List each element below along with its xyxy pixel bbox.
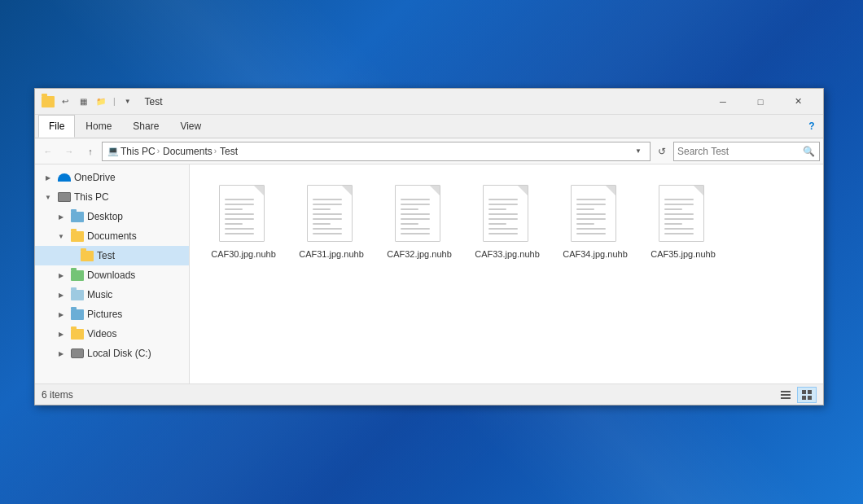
sidebar-item-desktop[interactable]: ▶ Desktop: [35, 207, 189, 226]
maximize-button[interactable]: □: [742, 89, 779, 115]
documents-folder-icon: [71, 231, 84, 242]
file-name-1: CAF31.jpg.nuhb: [299, 248, 364, 260]
doc-lines-1: [313, 199, 342, 234]
sidebar-label-test: Test: [97, 250, 115, 261]
minimize-button[interactable]: ─: [704, 89, 742, 115]
doc-line: [576, 218, 606, 220]
doc-line: [576, 208, 594, 210]
doc-lines-0: [225, 199, 254, 234]
qat-undo-button[interactable]: ↩: [58, 94, 72, 109]
doc-line: [313, 204, 342, 205]
doc-line: [576, 213, 606, 215]
doc-page-2: [395, 185, 440, 242]
test-folder-icon: [81, 251, 94, 261]
ribbon-tabs: File Home Share View ?: [35, 115, 823, 138]
qat-properties-button[interactable]: ▦: [76, 94, 90, 109]
file-item-0[interactable]: CAF30.jpg.nuhb: [203, 177, 284, 267]
forward-button[interactable]: →: [59, 142, 79, 161]
doc-line: [313, 199, 342, 200]
sidebar-item-pictures[interactable]: ▶ Pictures: [35, 305, 189, 324]
sidebar-label-localdisk: Local Disk (C:): [87, 348, 151, 359]
file-name-0: CAF30.jpg.nuhb: [211, 248, 276, 260]
sidebar-label-downloads: Downloads: [87, 270, 135, 281]
tab-home[interactable]: Home: [75, 115, 122, 138]
file-item-2[interactable]: CAF32.jpg.nuhb: [379, 177, 460, 267]
expand-videos-icon: ▶: [55, 327, 68, 340]
tab-file[interactable]: File: [38, 115, 75, 138]
address-field[interactable]: 💻 This PC › Documents › Test ▼: [102, 142, 651, 161]
address-dropdown-button[interactable]: ▼: [632, 142, 645, 160]
doc-line: [664, 208, 682, 210]
doc-line: [225, 208, 243, 210]
doc-page-4: [571, 185, 616, 242]
onedrive-icon: [58, 173, 71, 182]
doc-line: [225, 233, 254, 234]
file-item-1[interactable]: CAF31.jpg.nuhb: [291, 177, 372, 267]
file-item-5[interactable]: CAF35.jpg.nuhb: [642, 177, 724, 267]
doc-line: [401, 199, 430, 200]
doc-page-5: [659, 185, 704, 242]
svg-rect-5: [802, 396, 806, 400]
doc-line: [488, 208, 506, 210]
sidebar-item-downloads[interactable]: ▶ Downloads: [35, 265, 189, 285]
breadcrumb-thispc: 💻 This PC ›: [107, 146, 160, 157]
search-input[interactable]: [677, 146, 801, 157]
doc-line: [488, 228, 518, 230]
sidebar-item-test[interactable]: Test: [35, 246, 189, 265]
qat-down-button[interactable]: ▼: [120, 94, 135, 109]
doc-line: [401, 233, 430, 234]
address-bar: ← → ↑ 💻 This PC › Documents › Test ▼ ↺ 🔍: [35, 138, 823, 164]
sidebar-item-videos[interactable]: ▶ Videos: [35, 324, 189, 344]
svg-rect-1: [781, 394, 791, 396]
window-title: Test: [142, 96, 704, 107]
doc-line: [576, 199, 606, 200]
file-explorer-window: ↩ ▦ 📁 | ▼ Test ─ □ ✕ File Home Share Vie…: [34, 88, 824, 405]
sidebar: ▶ OneDrive ▼ This PC ▶ Desktop ▼: [35, 164, 190, 383]
sidebar-item-onedrive[interactable]: ▶ OneDrive: [35, 168, 189, 187]
doc-line: [576, 228, 606, 230]
tab-share[interactable]: Share: [122, 115, 169, 138]
doc-line: [401, 204, 430, 205]
qat-separator: |: [113, 97, 116, 106]
search-button[interactable]: 🔍: [801, 144, 816, 159]
pictures-folder-icon: [71, 309, 84, 320]
back-button[interactable]: ←: [38, 142, 58, 161]
file-item-3[interactable]: CAF33.jpg.nuhb: [467, 177, 548, 267]
view-tile-button[interactable]: [797, 387, 817, 403]
doc-line: [664, 228, 694, 230]
status-count: 6 items: [42, 389, 73, 401]
sidebar-item-music[interactable]: ▶ Music: [35, 285, 189, 305]
svg-rect-2: [781, 397, 791, 399]
sidebar-item-documents[interactable]: ▼ Documents: [35, 226, 189, 246]
doc-line: [313, 208, 331, 210]
downloads-folder-icon: [71, 270, 84, 281]
desktop-folder-icon: [71, 212, 84, 222]
sidebar-label-desktop: Desktop: [87, 211, 123, 222]
qat-newdir-button[interactable]: 📁: [94, 94, 108, 109]
help-button[interactable]: ?: [804, 118, 820, 134]
doc-line: [401, 218, 430, 220]
sidebar-item-thispc[interactable]: ▼ This PC: [35, 187, 189, 207]
doc-lines-3: [488, 199, 518, 234]
breadcrumb-test-label: Test: [220, 146, 238, 157]
window-controls: ─ □ ✕: [704, 89, 817, 115]
svg-rect-6: [808, 396, 812, 400]
refresh-button[interactable]: ↺: [652, 142, 672, 161]
doc-line: [488, 204, 518, 205]
sidebar-item-localdisk[interactable]: ▶ Local Disk (C:): [35, 344, 189, 363]
view-list-button[interactable]: [776, 387, 795, 403]
doc-line: [401, 223, 418, 225]
tab-view[interactable]: View: [169, 115, 212, 138]
breadcrumb-test: Test: [220, 146, 238, 157]
sidebar-label-onedrive: OneDrive: [74, 172, 116, 183]
doc-line: [225, 218, 254, 220]
up-button[interactable]: ↑: [81, 142, 100, 161]
close-button[interactable]: ✕: [779, 89, 817, 115]
view-buttons: [776, 387, 817, 403]
doc-line: [576, 223, 594, 225]
doc-line: [664, 199, 694, 200]
doc-line: [225, 223, 243, 225]
status-bar: 6 items: [35, 383, 823, 405]
doc-line: [313, 223, 331, 225]
file-item-4[interactable]: CAF34.jpg.nuhb: [554, 177, 636, 267]
